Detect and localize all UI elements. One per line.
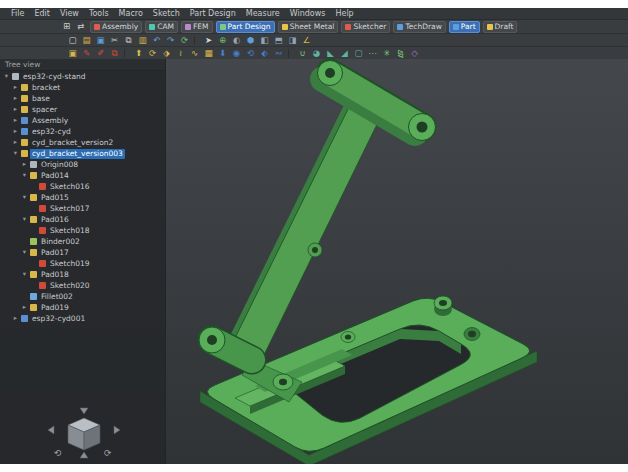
workbench-button[interactable]: TechDraw xyxy=(393,21,445,33)
sep[interactable] xyxy=(124,49,129,58)
additive-helix-icon[interactable]: ∿ xyxy=(188,48,201,59)
tree-expand-arrow[interactable]: ▸ xyxy=(12,93,19,104)
menu-item[interactable]: Macro xyxy=(114,8,148,19)
workbench-button[interactable]: Sketcher xyxy=(341,21,390,33)
right-view-icon[interactable]: ◨ xyxy=(286,35,299,46)
pocket-icon[interactable]: ⬇ xyxy=(216,48,229,59)
front-view-icon[interactable]: ◧ xyxy=(258,35,271,46)
workbench-button[interactable]: Part xyxy=(449,21,480,33)
additive-primitive-icon[interactable]: ▦ xyxy=(202,48,215,59)
3d-viewport[interactable]: Tree view ▾ esp32-cyd-stand ▸ bracket xyxy=(0,59,628,464)
link-navigate-icon[interactable]: ⇄ xyxy=(74,21,87,32)
tree-item[interactable]: ▸ spacer xyxy=(0,104,165,115)
additive-loft-icon[interactable]: ⬗ xyxy=(160,48,173,59)
tree-item[interactable]: Fillet002 xyxy=(0,291,165,302)
paste-icon[interactable]: ▥ xyxy=(136,35,149,46)
tree-item[interactable]: Sketch019 xyxy=(0,258,165,269)
tree-view-header[interactable]: Tree view xyxy=(0,59,165,71)
tree-item[interactable]: ▸ Origin008 xyxy=(0,159,165,170)
tree-expand-arrow[interactable]: ▸ xyxy=(12,313,19,324)
tree-item[interactable]: Sketch018 xyxy=(0,225,165,236)
menu-item[interactable]: View xyxy=(55,8,84,19)
isometric-view-icon[interactable]: ⬢ xyxy=(244,35,257,46)
menu-item[interactable]: Part Design xyxy=(185,8,241,19)
subtractive-loft-icon[interactable]: ⬖ xyxy=(258,48,271,59)
datum-plane-icon[interactable]: ◇ xyxy=(408,48,421,59)
workbench-button[interactable]: FEM xyxy=(181,21,213,33)
additive-pipe-icon[interactable]: ≀ xyxy=(174,48,187,59)
tree-expand-arrow[interactable]: ▸ xyxy=(12,137,19,148)
tree-item[interactable]: ▸ cyd_bracket_version2 xyxy=(0,137,165,148)
menu-item[interactable]: Windows xyxy=(285,8,331,19)
tree-expand-arrow[interactable]: ▸ xyxy=(21,302,28,313)
structure-icon[interactable]: ⊞ xyxy=(60,21,73,32)
refresh-icon[interactable]: ⟳ xyxy=(178,35,191,46)
tree-expand-arrow[interactable]: ▸ xyxy=(12,82,19,93)
draw-style-icon[interactable]: ◐ xyxy=(230,35,243,46)
tree-item[interactable]: ▸ bracket xyxy=(0,82,165,93)
sep[interactable] xyxy=(288,49,293,58)
top-view-icon[interactable]: ⬒ xyxy=(272,35,285,46)
fit-all-icon[interactable]: ⊕ xyxy=(216,35,229,46)
tree-expand-arrow[interactable]: ▾ xyxy=(21,247,28,258)
map-sketch-icon[interactable]: ⧉ xyxy=(108,48,121,59)
undo-icon[interactable]: ↶ xyxy=(150,35,163,46)
tree-item[interactable]: ▸ base xyxy=(0,93,165,104)
groove-icon[interactable]: ⟲ xyxy=(244,48,257,59)
tree-item[interactable]: Sketch016 xyxy=(0,181,165,192)
tree-expand-arrow[interactable]: ▾ xyxy=(21,269,28,280)
chamfer-icon[interactable]: ◣ xyxy=(324,48,337,59)
copy-icon[interactable]: ⧉ xyxy=(122,35,135,46)
tree-item[interactable]: ▾ esp32-cyd-stand xyxy=(0,71,165,82)
menu-item[interactable]: Tools xyxy=(84,8,114,19)
hole-icon[interactable]: ◉ xyxy=(230,48,243,59)
draft-angle-icon[interactable]: ◢ xyxy=(338,48,351,59)
tree-expand-arrow[interactable]: ▸ xyxy=(12,104,19,115)
navigation-cube[interactable]: ⟲ ⟳ xyxy=(46,406,122,460)
menu-item[interactable]: Sketch xyxy=(148,8,185,19)
workbench-button[interactable]: Sheet Metal xyxy=(278,21,339,33)
polar-pattern-icon[interactable]: ✳ xyxy=(380,48,393,59)
cut-icon[interactable]: ✂ xyxy=(108,35,121,46)
create-sketch-icon[interactable]: ✎ xyxy=(80,48,93,59)
workbench-button[interactable]: Draft xyxy=(483,21,518,33)
tree-item[interactable]: ▸ esp32-cyd xyxy=(0,126,165,137)
sep[interactable] xyxy=(194,36,199,45)
mirrored-icon[interactable]: ⧎ xyxy=(394,48,407,59)
open-document-icon[interactable]: ▤ xyxy=(80,35,93,46)
tree-item[interactable]: ▾ Pad017 xyxy=(0,247,165,258)
edit-sketch-icon[interactable]: ✐ xyxy=(94,48,107,59)
create-body-icon[interactable]: ▣ xyxy=(66,48,79,59)
tree-expand-arrow[interactable]: ▾ xyxy=(12,148,19,159)
tree-item[interactable]: Sketch017 xyxy=(0,203,165,214)
tree-item[interactable]: ▾ Pad014 xyxy=(0,170,165,181)
workbench-button[interactable]: Part Design xyxy=(216,21,275,33)
revolution-icon[interactable]: ⟳ xyxy=(146,48,159,59)
tree-expand-arrow[interactable]: ▾ xyxy=(21,170,28,181)
tree-expand-arrow[interactable]: ▾ xyxy=(21,192,28,203)
tree-item[interactable]: ▾ Pad018 xyxy=(0,269,165,280)
tree-item[interactable]: Binder002 xyxy=(0,236,165,247)
menu-item[interactable]: File xyxy=(6,8,29,19)
tree-item[interactable]: ▸ esp32-cyd001 xyxy=(0,313,165,324)
tree-expand-arrow[interactable]: ▸ xyxy=(21,159,28,170)
tree-expand-arrow[interactable]: ▸ xyxy=(12,115,19,126)
boolean-icon[interactable]: ∪ xyxy=(296,48,309,59)
redo-icon[interactable]: ↷ xyxy=(164,35,177,46)
tree-expand-arrow[interactable]: ▾ xyxy=(3,71,10,82)
workbench-button[interactable]: Assembly xyxy=(90,21,142,33)
tree-expand-arrow[interactable]: ▸ xyxy=(12,126,19,137)
tree-item[interactable]: ▸ Pad019 xyxy=(0,302,165,313)
tree-item[interactable]: ▾ cyd_bracket_version003 xyxy=(0,148,165,159)
menu-item[interactable]: Measure xyxy=(241,8,285,19)
tree-item[interactable]: ▸ Assembly xyxy=(0,115,165,126)
tree-item[interactable]: ▾ Pad016 xyxy=(0,214,165,225)
linear-pattern-icon[interactable]: ⋯ xyxy=(366,48,379,59)
menu-item[interactable]: Help xyxy=(330,8,358,19)
tree-item[interactable]: Sketch020 xyxy=(0,280,165,291)
tree-item[interactable]: ▾ Pad015 xyxy=(0,192,165,203)
save-document-icon[interactable]: ▣ xyxy=(94,35,107,46)
new-document-icon[interactable]: ▢ xyxy=(66,35,79,46)
workbench-button[interactable]: CAM xyxy=(145,21,178,33)
measure-icon[interactable]: ∠ xyxy=(300,35,313,46)
